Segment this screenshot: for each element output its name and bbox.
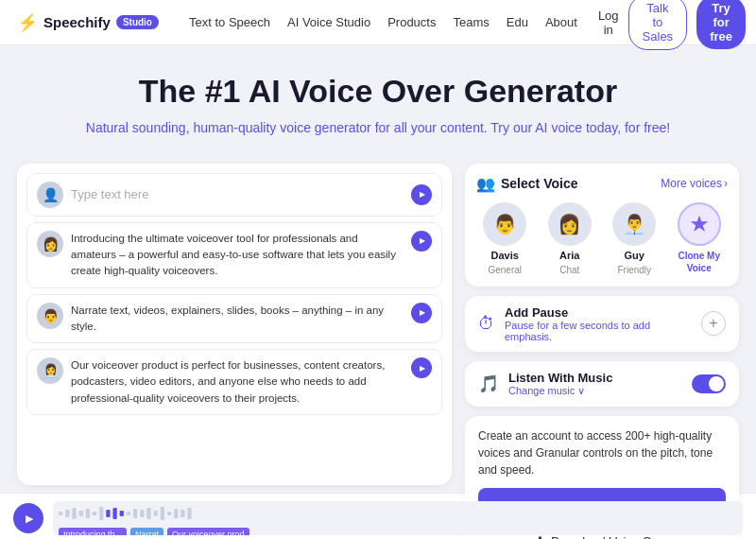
clone-voice-label: Clone My Voice (671, 250, 729, 274)
add-pause-subtitle: Pause for a few seconds to add emphasis. (505, 320, 692, 342)
hero-section: The #1 AI Voice Over Generator Natural s… (0, 45, 756, 150)
waveform-bars (59, 504, 737, 523)
svg-rect-18 (180, 510, 184, 517)
nav-edu[interactable]: Edu (507, 15, 528, 29)
talk-to-sales-button[interactable]: Talk to Sales (628, 0, 688, 50)
svg-rect-8 (112, 508, 116, 519)
listen-music-title: Listen With Music (508, 371, 682, 385)
nav-text-to-speech[interactable]: Text to Speech (189, 15, 270, 29)
voice-header: 👥 Select Voice More voices › (476, 175, 728, 193)
svg-rect-11 (133, 509, 137, 518)
voice-section: 👥 Select Voice More voices › 👨 Davis Gen… (465, 164, 739, 287)
voice-avatar-aria: 👩 (548, 202, 592, 246)
voices-grid: 👨 Davis General 👩 Aria Chat 👨‍💼 Guy Frie… (476, 202, 728, 275)
voice-section-title: Select Voice (501, 176, 577, 191)
svg-rect-1 (65, 510, 69, 517)
track-label-3: Our voiceover prod (167, 528, 249, 535)
svg-rect-12 (140, 510, 144, 517)
clone-my-voice-card[interactable]: Clone My Voice (671, 202, 729, 275)
voice-card-aria[interactable]: 👩 Aria Chat (541, 202, 599, 275)
studio-badge: Studio (116, 15, 159, 29)
play-button-2[interactable] (411, 303, 432, 323)
add-pause-row: ⏱ Add Pause Pause for a few seconds to a… (465, 296, 739, 352)
music-icon: 🎵 (478, 374, 499, 394)
svg-rect-16 (167, 512, 171, 515)
svg-rect-0 (59, 512, 62, 515)
play-button-3[interactable] (411, 357, 432, 378)
voice-card-davis[interactable]: 👨 Davis General (476, 202, 534, 275)
waveform-background: // Generate waveform bars inline-ish via… (53, 501, 743, 535)
text-input-row[interactable]: 👤 Type text here (26, 173, 442, 217)
track-label-2: Narrat (130, 528, 163, 535)
more-voices-link[interactable]: More voices › (661, 177, 728, 190)
nav-about[interactable]: About (545, 15, 577, 29)
play-button-0[interactable] (411, 184, 432, 205)
voice-select-icon: 👥 (476, 175, 495, 193)
svg-rect-10 (127, 512, 130, 515)
voice-type-aria: Chat (559, 265, 579, 275)
waveform-area: // Generate waveform bars inline-ish via… (53, 501, 743, 535)
svg-rect-4 (86, 509, 90, 518)
nav-links: Text to Speech AI Voice Studio Products … (189, 15, 577, 29)
nav-teams[interactable]: Teams (453, 15, 489, 29)
svg-rect-6 (99, 507, 103, 520)
nav-ai-voice-studio[interactable]: AI Voice Studio (287, 15, 370, 29)
input-avatar: 👤 (37, 182, 63, 208)
track-label-1: Introducing th... (59, 528, 127, 535)
voice-name-davis: Davis (491, 250, 519, 261)
add-pause-button[interactable]: + (701, 311, 726, 336)
pause-icon: ⏱ (478, 314, 495, 334)
svg-rect-19 (187, 508, 191, 519)
listen-music-text: Listen With Music Change music ∨ (508, 371, 682, 397)
block-text-3: Our voiceover product is perfect for bus… (71, 357, 404, 407)
nav-products[interactable]: Products (387, 15, 436, 29)
chevron-right-icon: › (724, 177, 728, 190)
block-text-2: Narrate text, videos, explainers, slides… (71, 303, 404, 336)
logo-area: ⚡ Speechify Studio (17, 12, 159, 33)
block-avatar-3: 👩‍💼 (37, 357, 63, 384)
logo-icon: ⚡ (17, 12, 38, 33)
cta-description: Create an account to access 200+ high-qu… (478, 427, 726, 478)
left-panel: 👤 Type text here 👩 Introducing the ultim… (17, 164, 452, 485)
hero-subtitle: Natural sounding, human-quality voice ge… (19, 120, 737, 135)
main-play-button[interactable] (13, 503, 43, 533)
track-labels-row: Introducing th... Narrat Our voiceover p… (53, 526, 743, 535)
login-button[interactable]: Log in (598, 9, 619, 37)
listen-music-row: 🎵 Listen With Music Change music ∨ (465, 361, 739, 407)
svg-rect-14 (154, 511, 158, 516)
logo-text: Speechify (43, 14, 111, 30)
svg-rect-9 (120, 511, 124, 516)
text-placeholder[interactable]: Type text here (71, 187, 404, 201)
block-avatar-1: 👩 (37, 231, 63, 257)
text-block-2: 👨 Narrate text, videos, explainers, slid… (26, 294, 442, 344)
hero-title: The #1 AI Voice Over Generator (19, 72, 737, 111)
voice-avatar-guy: 👨‍💼 (612, 202, 656, 246)
voice-avatar-davis: 👨 (483, 202, 526, 246)
voice-type-guy: Friendly (617, 265, 651, 275)
more-voices-label: More voices (661, 177, 722, 190)
voice-card-guy[interactable]: 👨‍💼 Guy Friendly (606, 202, 663, 275)
text-block-3: 👩‍💼 Our voiceover product is perfect for… (26, 349, 442, 415)
nav-actions: Log in Talk to Sales Try for free (598, 0, 746, 50)
try-free-nav-button[interactable]: Try for free (696, 0, 746, 49)
voice-name-guy: Guy (625, 250, 644, 261)
svg-rect-5 (93, 512, 96, 515)
text-block-1: 👩 Introducing the ultimate voiceover too… (26, 222, 442, 288)
svg-rect-2 (72, 508, 76, 519)
right-panel: 👥 Select Voice More voices › 👨 Davis Gen… (465, 164, 739, 485)
voice-type-davis: General (488, 265, 522, 275)
clone-avatar (678, 202, 721, 246)
voice-header-left: 👥 Select Voice (476, 175, 577, 193)
svg-rect-13 (146, 508, 150, 519)
add-pause-text: Add Pause Pause for a few seconds to add… (505, 305, 692, 342)
music-toggle[interactable] (692, 374, 726, 393)
svg-rect-7 (106, 510, 110, 517)
change-music-link[interactable]: Change music ∨ (508, 385, 682, 397)
voice-name-aria: Aria (559, 250, 579, 261)
block-text-1: Introducing the ultimate voiceover tool … (71, 231, 404, 280)
svg-rect-3 (79, 511, 83, 516)
svg-rect-17 (174, 509, 178, 518)
block-avatar-2: 👨 (37, 303, 63, 329)
play-button-1[interactable] (411, 231, 432, 252)
navbar: ⚡ Speechify Studio Text to Speech AI Voi… (0, 0, 756, 45)
